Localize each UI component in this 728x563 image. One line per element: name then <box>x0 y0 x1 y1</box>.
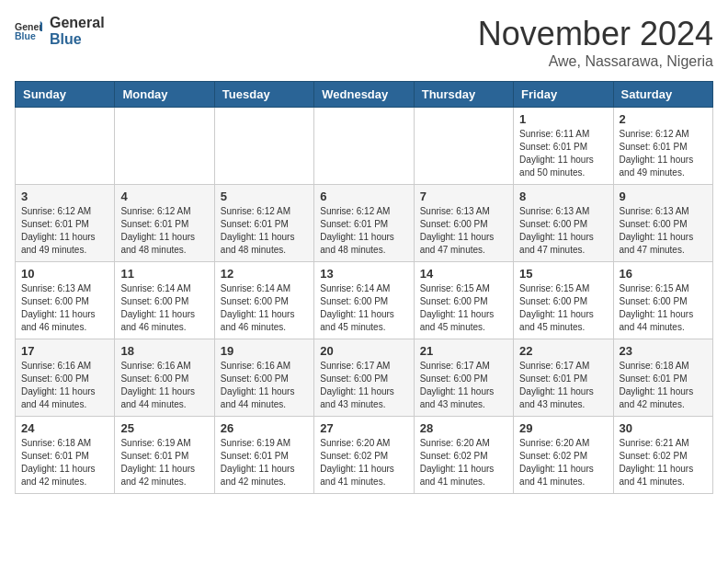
calendar-cell <box>414 108 513 185</box>
svg-text:Blue: Blue <box>15 30 36 41</box>
day-number: 7 <box>420 190 507 203</box>
day-number: 19 <box>221 344 308 358</box>
cell-info: Sunrise: 6:18 AM Sunset: 6:01 PM Dayligh… <box>21 437 108 488</box>
cell-info: Sunrise: 6:20 AM Sunset: 6:02 PM Dayligh… <box>420 437 507 488</box>
day-number: 12 <box>221 267 308 281</box>
calendar-cell: 7Sunrise: 6:13 AM Sunset: 6:00 PM Daylig… <box>414 185 513 262</box>
cell-info: Sunrise: 6:15 AM Sunset: 6:00 PM Dayligh… <box>620 282 707 334</box>
cell-info: Sunrise: 6:19 AM Sunset: 6:01 PM Dayligh… <box>221 437 308 488</box>
cell-info: Sunrise: 6:12 AM Sunset: 6:01 PM Dayligh… <box>221 205 308 257</box>
calendar-cell <box>314 108 414 185</box>
calendar-cell: 12Sunrise: 6:14 AM Sunset: 6:00 PM Dayli… <box>214 262 313 339</box>
day-number: 29 <box>519 421 607 435</box>
weekday-header: Tuesday <box>214 82 313 108</box>
calendar-cell: 19Sunrise: 6:16 AM Sunset: 6:00 PM Dayli… <box>214 339 313 417</box>
weekday-header: Thursday <box>414 82 513 108</box>
calendar-cell: 2Sunrise: 6:12 AM Sunset: 6:01 PM Daylig… <box>613 108 712 185</box>
day-number: 6 <box>320 190 407 203</box>
day-number: 8 <box>519 190 607 203</box>
calendar-cell <box>115 108 214 185</box>
calendar-cell <box>16 108 115 185</box>
calendar-cell: 24Sunrise: 6:18 AM Sunset: 6:01 PM Dayli… <box>16 417 115 494</box>
calendar-cell: 10Sunrise: 6:13 AM Sunset: 6:00 PM Dayli… <box>16 262 115 339</box>
calendar-cell: 6Sunrise: 6:12 AM Sunset: 6:01 PM Daylig… <box>314 185 414 262</box>
cell-info: Sunrise: 6:15 AM Sunset: 6:00 PM Dayligh… <box>420 282 507 334</box>
cell-info: Sunrise: 6:14 AM Sunset: 6:00 PM Dayligh… <box>221 282 308 334</box>
cell-info: Sunrise: 6:16 AM Sunset: 6:00 PM Dayligh… <box>221 360 308 411</box>
calendar-cell: 1Sunrise: 6:11 AM Sunset: 6:01 PM Daylig… <box>514 108 613 185</box>
cell-info: Sunrise: 6:21 AM Sunset: 6:02 PM Dayligh… <box>620 437 707 488</box>
cell-info: Sunrise: 6:17 AM Sunset: 6:00 PM Dayligh… <box>420 360 507 411</box>
day-number: 28 <box>420 421 507 435</box>
cell-info: Sunrise: 6:16 AM Sunset: 6:00 PM Dayligh… <box>120 360 208 411</box>
day-number: 1 <box>519 112 607 126</box>
calendar-cell: 9Sunrise: 6:13 AM Sunset: 6:00 PM Daylig… <box>613 185 712 262</box>
day-number: 27 <box>320 421 407 435</box>
logo-blue: Blue <box>50 31 105 48</box>
cell-info: Sunrise: 6:18 AM Sunset: 6:01 PM Dayligh… <box>620 360 707 411</box>
logo: General Blue General Blue <box>15 15 105 47</box>
day-number: 22 <box>519 344 607 358</box>
cell-info: Sunrise: 6:11 AM Sunset: 6:01 PM Dayligh… <box>519 128 607 179</box>
calendar-cell: 30Sunrise: 6:21 AM Sunset: 6:02 PM Dayli… <box>613 417 712 494</box>
day-number: 30 <box>620 421 707 435</box>
day-number: 9 <box>620 190 707 203</box>
cell-info: Sunrise: 6:17 AM Sunset: 6:01 PM Dayligh… <box>519 360 607 411</box>
calendar-week-row: 24Sunrise: 6:18 AM Sunset: 6:01 PM Dayli… <box>16 417 713 494</box>
location: Awe, Nassarawa, Nigeria <box>478 53 713 70</box>
day-number: 11 <box>120 267 208 281</box>
calendar-table: SundayMondayTuesdayWednesdayThursdayFrid… <box>15 81 713 494</box>
day-number: 14 <box>420 267 507 281</box>
calendar-cell: 16Sunrise: 6:15 AM Sunset: 6:00 PM Dayli… <box>613 262 712 339</box>
cell-info: Sunrise: 6:14 AM Sunset: 6:00 PM Dayligh… <box>320 282 407 334</box>
day-number: 25 <box>120 421 208 435</box>
cell-info: Sunrise: 6:20 AM Sunset: 6:02 PM Dayligh… <box>519 437 607 488</box>
day-number: 24 <box>21 421 108 435</box>
calendar-cell: 11Sunrise: 6:14 AM Sunset: 6:00 PM Dayli… <box>115 262 214 339</box>
weekday-header: Saturday <box>613 82 712 108</box>
day-number: 17 <box>21 344 108 358</box>
weekday-header: Wednesday <box>314 82 414 108</box>
cell-info: Sunrise: 6:12 AM Sunset: 6:01 PM Dayligh… <box>620 128 707 179</box>
day-number: 4 <box>120 190 208 203</box>
calendar-cell: 13Sunrise: 6:14 AM Sunset: 6:00 PM Dayli… <box>314 262 414 339</box>
logo-icon: General Blue <box>15 17 42 45</box>
day-number: 21 <box>420 344 507 358</box>
page-header: General Blue General Blue November 2024 … <box>15 15 713 70</box>
calendar-body: 1Sunrise: 6:11 AM Sunset: 6:01 PM Daylig… <box>16 108 713 494</box>
day-number: 10 <box>21 267 108 281</box>
logo-general: General <box>50 15 105 31</box>
cell-info: Sunrise: 6:12 AM Sunset: 6:01 PM Dayligh… <box>21 205 108 257</box>
calendar-cell: 29Sunrise: 6:20 AM Sunset: 6:02 PM Dayli… <box>514 417 613 494</box>
cell-info: Sunrise: 6:17 AM Sunset: 6:00 PM Dayligh… <box>320 360 407 411</box>
calendar-cell: 15Sunrise: 6:15 AM Sunset: 6:00 PM Dayli… <box>514 262 613 339</box>
day-number: 16 <box>620 267 707 281</box>
cell-info: Sunrise: 6:20 AM Sunset: 6:02 PM Dayligh… <box>320 437 407 488</box>
cell-info: Sunrise: 6:12 AM Sunset: 6:01 PM Dayligh… <box>120 205 208 257</box>
title-block: November 2024 Awe, Nassarawa, Nigeria <box>478 15 713 70</box>
cell-info: Sunrise: 6:16 AM Sunset: 6:00 PM Dayligh… <box>21 360 108 411</box>
calendar-cell: 17Sunrise: 6:16 AM Sunset: 6:00 PM Dayli… <box>16 339 115 417</box>
cell-info: Sunrise: 6:15 AM Sunset: 6:00 PM Dayligh… <box>519 282 607 334</box>
calendar-cell: 4Sunrise: 6:12 AM Sunset: 6:01 PM Daylig… <box>115 185 214 262</box>
day-number: 20 <box>320 344 407 358</box>
calendar-cell: 8Sunrise: 6:13 AM Sunset: 6:00 PM Daylig… <box>514 185 613 262</box>
calendar-week-row: 3Sunrise: 6:12 AM Sunset: 6:01 PM Daylig… <box>16 185 713 262</box>
calendar-cell: 28Sunrise: 6:20 AM Sunset: 6:02 PM Dayli… <box>414 417 513 494</box>
calendar-week-row: 1Sunrise: 6:11 AM Sunset: 6:01 PM Daylig… <box>16 108 713 185</box>
calendar-week-row: 17Sunrise: 6:16 AM Sunset: 6:00 PM Dayli… <box>16 339 713 417</box>
calendar-cell <box>214 108 313 185</box>
calendar-week-row: 10Sunrise: 6:13 AM Sunset: 6:00 PM Dayli… <box>16 262 713 339</box>
calendar-cell: 26Sunrise: 6:19 AM Sunset: 6:01 PM Dayli… <box>214 417 313 494</box>
weekday-header: Sunday <box>16 82 115 108</box>
calendar-cell: 14Sunrise: 6:15 AM Sunset: 6:00 PM Dayli… <box>414 262 513 339</box>
calendar-cell: 18Sunrise: 6:16 AM Sunset: 6:00 PM Dayli… <box>115 339 214 417</box>
cell-info: Sunrise: 6:13 AM Sunset: 6:00 PM Dayligh… <box>519 205 607 257</box>
month-title: November 2024 <box>478 15 713 53</box>
calendar-cell: 21Sunrise: 6:17 AM Sunset: 6:00 PM Dayli… <box>414 339 513 417</box>
cell-info: Sunrise: 6:13 AM Sunset: 6:00 PM Dayligh… <box>21 282 108 334</box>
calendar-cell: 23Sunrise: 6:18 AM Sunset: 6:01 PM Dayli… <box>613 339 712 417</box>
day-number: 2 <box>620 112 707 126</box>
day-number: 5 <box>221 190 308 203</box>
cell-info: Sunrise: 6:13 AM Sunset: 6:00 PM Dayligh… <box>420 205 507 257</box>
